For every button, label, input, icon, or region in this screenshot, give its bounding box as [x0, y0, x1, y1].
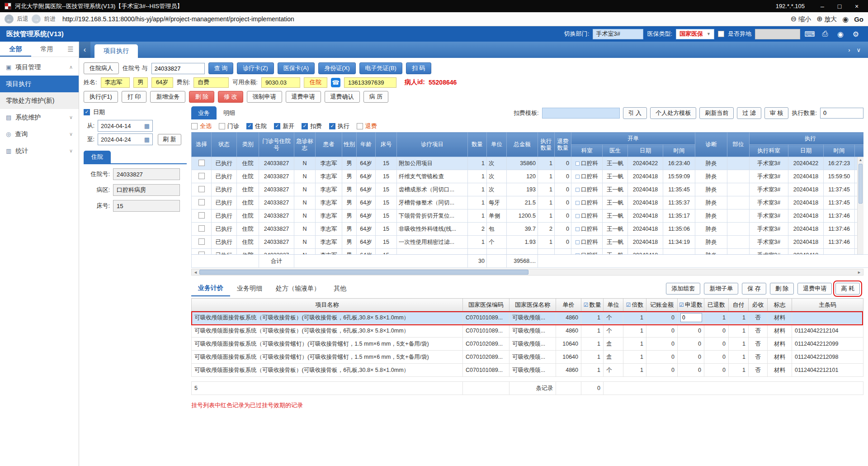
force-apply-button[interactable]: 强制申请 [247, 91, 282, 103]
clinic-card-button[interactable]: 诊疗卡(Z) [237, 62, 274, 74]
inpatient-tab[interactable]: 住院 [84, 151, 111, 163]
business-tab[interactable]: 业务 [191, 106, 217, 119]
scroll-left-icon[interactable]: ◄ [192, 270, 199, 275]
close-button[interactable]: × [850, 0, 863, 12]
insurance-type-select[interactable]: 国家医保▼ [676, 29, 714, 39]
to-date-input[interactable]: 2024-04-24▦ [98, 133, 153, 145]
inpatient-button[interactable]: 住院病人 [84, 62, 119, 74]
vertical-scroll-thumb[interactable] [859, 164, 863, 204]
date-checkbox[interactable]: ✓ [84, 109, 90, 115]
sidebar-group-statistics[interactable]: ▥统计∨ [0, 143, 79, 159]
tab-prescription[interactable]: 处方（输液单） [269, 281, 327, 296]
filter-refund[interactable]: 退费 [357, 122, 377, 130]
minimize-button[interactable]: – [816, 0, 829, 12]
refresh-button[interactable]: 刷 新 [158, 134, 181, 145]
query-button[interactable]: 查 询 [208, 62, 234, 74]
medical-record-button[interactable]: 病 历 [363, 91, 389, 103]
burger-icon[interactable]: ☰ [62, 45, 79, 53]
main-table-row[interactable]: 已执行住院24033827N李志军男64岁15纤维支气管镜检查1次12010口腔… [192, 170, 864, 183]
pricing-table-row[interactable]: 可吸收颅颌面接骨板系统（可吸收接骨螺钉）(可吸收接骨螺钉，1.5 mm×6 mm… [192, 351, 863, 364]
import-button[interactable]: 引 入 [623, 107, 647, 119]
scroll-right-icon[interactable]: ► [855, 270, 863, 275]
gear-icon[interactable]: ⚙ [850, 30, 862, 38]
scroll-up-icon[interactable]: ▲ [858, 157, 863, 163]
audit-button[interactable]: 审 核 [764, 107, 789, 119]
row-checkbox[interactable] [198, 160, 205, 166]
add-sub-order-button[interactable]: 新增子单 [704, 283, 738, 295]
filter-execute[interactable]: ✓执行 [329, 122, 349, 130]
refund-apply-button[interactable]: 退费申请 [286, 91, 321, 103]
main-table-row[interactable]: 已执行住院24033827N李志军男64岁15口腔科王一帆20240418肺炎手… [192, 249, 864, 255]
filter-inpatient[interactable]: ✓住院 [246, 122, 267, 130]
sidebar-group-query[interactable]: ◎查询∨ [0, 126, 79, 143]
row-checkbox[interactable] [198, 225, 205, 232]
detail-tab[interactable]: 明细 [221, 109, 238, 117]
back-icon[interactable]: ← [5, 14, 14, 24]
row-checkbox[interactable] [198, 186, 205, 192]
high-consumable-button[interactable]: 高 耗 [835, 283, 860, 295]
filter-select-all[interactable]: 全选 [191, 122, 212, 130]
delete-button[interactable]: 删 除 [189, 91, 214, 103]
print-button[interactable]: 打 印 [122, 91, 147, 103]
main-table-row[interactable]: 已执行住院24033827N李志军男64岁15非吸收性外科缝线(线...2包39… [192, 223, 864, 236]
chevron-right-icon[interactable]: › [848, 47, 850, 53]
row-checkbox[interactable] [198, 252, 205, 255]
pricing-table-row[interactable]: 可吸收颅颌面接骨板系统（可吸收接骨板）(可吸收接骨板，6孔板,30.8× 5.8… [192, 324, 863, 338]
tab-business-detail[interactable]: 业务明细 [230, 281, 269, 296]
pricing-table-row[interactable]: 可吸收颅颌面接骨板系统（可吸收接骨螺钉）(可吸收接骨螺钉，1.5 mm×6 mm… [192, 338, 863, 351]
sidebar-item-prescription-maintenance[interactable]: 零散处方维护(新) [0, 92, 79, 109]
forward-label[interactable]: 前进 [44, 15, 56, 23]
tab-business-pricing[interactable]: 业务计价 [191, 281, 230, 296]
phone-icon[interactable]: ☎ [331, 78, 340, 87]
row-checkbox[interactable] [198, 173, 205, 179]
remote-checkbox[interactable] [718, 31, 724, 37]
insurance-card-button[interactable]: 医保卡(A) [278, 62, 315, 74]
ward-field-value[interactable]: 口腔科病房 [113, 184, 180, 196]
printer-icon[interactable]: ⎙ [819, 30, 831, 38]
forward-icon[interactable]: → [32, 14, 41, 24]
sidebar-group-project-management[interactable]: ▣项目管理∧ [0, 59, 79, 76]
zoom-in-control[interactable]: ⊕ 放大 [816, 14, 837, 24]
pricing-table-row[interactable]: 可吸收颅颌面接骨板系统（可吸收接骨板）(可吸收接骨板，6孔板,30.8× 5.8… [192, 364, 863, 377]
template-input[interactable] [542, 108, 620, 119]
modify-button[interactable]: 修 改 [218, 91, 243, 103]
refund-confirm-button[interactable]: 退费确认 [325, 91, 360, 103]
tab-project-implementation[interactable]: 项目执行 [94, 44, 138, 58]
row-checkbox[interactable] [198, 212, 205, 219]
add-set-button[interactable]: 添加组套 [666, 283, 700, 295]
main-table-row[interactable]: 已执行住院24033827N李志军男64岁15附加公用项目1次3586010口腔… [192, 157, 864, 170]
eye-icon[interactable]: ◉ [842, 15, 849, 24]
visit-field-value[interactable]: 24033827 [113, 168, 180, 180]
refresh-current-button[interactable]: 刷新当前 [699, 107, 734, 119]
go-button[interactable]: Go [854, 15, 863, 23]
chevron-down-icon[interactable]: ∨ [856, 47, 861, 53]
visit-no-input[interactable] [151, 63, 205, 74]
sidebar-tab-common[interactable]: 常用 [31, 42, 62, 57]
row-checkbox[interactable] [198, 238, 205, 245]
chevron-left-icon[interactable]: ‹ [79, 42, 90, 58]
filter-charge[interactable]: ✓扣费 [302, 122, 322, 130]
row-checkbox[interactable] [198, 199, 205, 205]
execute-button[interactable]: 执行(F1) [84, 91, 118, 103]
save-button[interactable]: 保 存 [742, 283, 766, 295]
zoom-out-control[interactable]: ⊖ 缩小 [791, 14, 811, 24]
filter-outpatient[interactable]: 门诊 [219, 122, 239, 130]
bed-field-value[interactable]: 15 [113, 200, 180, 212]
horizontal-scroll-thumb[interactable] [199, 270, 528, 275]
apply-refund-input[interactable] [680, 313, 702, 322]
back-label[interactable]: 后退 [17, 15, 28, 23]
scan-button[interactable]: 扫 码 [406, 62, 431, 74]
sidebar-group-system-maintenance[interactable]: ▤系统维护∨ [0, 109, 79, 126]
eye-icon[interactable]: ◉ [835, 30, 846, 38]
dept-switch-input[interactable]: 手术室3# [593, 29, 643, 39]
refund-apply-item-button[interactable]: 退费申请 [797, 283, 832, 295]
pricing-table-row[interactable]: 可吸收颅颌面接骨板系统（可吸收接骨板）(可吸收接骨板，6孔板,30.8× 5.8… [192, 311, 863, 324]
personal-template-button[interactable]: 个人处方模板 [650, 107, 696, 119]
exec-qty-input[interactable] [820, 108, 863, 119]
tab-other[interactable]: 其他 [327, 281, 353, 296]
maximize-button[interactable]: □ [833, 0, 846, 12]
id-card-button[interactable]: 身份证(X) [318, 62, 355, 74]
main-table-row[interactable]: 已执行住院24033827N李志军男64岁15牙槽骨修整术（同切...1每牙21… [192, 196, 864, 209]
new-business-button[interactable]: 新增业务 [150, 91, 185, 103]
from-date-input[interactable]: 2024-04-14▦ [98, 120, 153, 132]
